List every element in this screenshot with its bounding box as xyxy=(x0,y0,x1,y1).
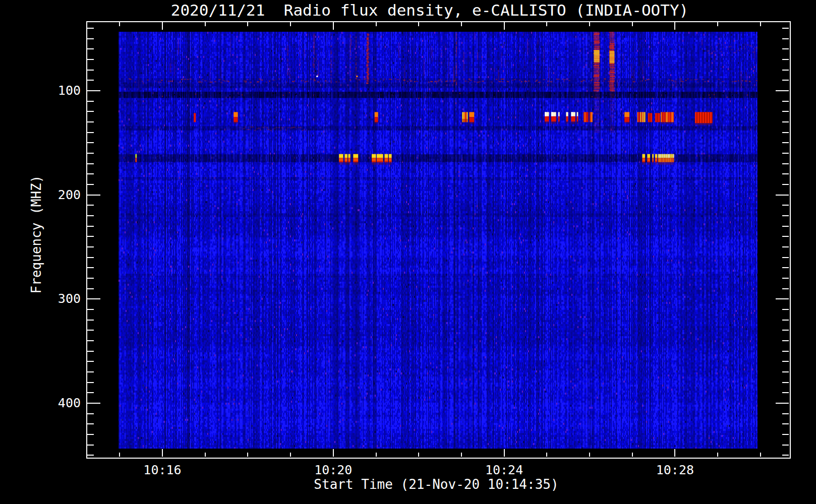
y-major-tick xyxy=(87,298,100,299)
y-minor-tick-right xyxy=(782,184,789,185)
y-minor-tick-right xyxy=(782,320,789,321)
y-minor-tick xyxy=(87,111,94,112)
y-minor-tick xyxy=(87,278,94,279)
y-major-tick-right xyxy=(776,195,789,196)
y-minor-tick-right xyxy=(782,267,789,268)
x-minor-tick-top xyxy=(546,22,547,26)
x-minor-tick xyxy=(461,453,462,457)
y-minor-tick-right xyxy=(782,153,789,154)
y-minor-tick xyxy=(87,330,94,331)
y-minor-tick xyxy=(87,320,94,321)
x-minor-tick xyxy=(760,453,761,457)
x-major-tick-top xyxy=(162,22,163,30)
y-tick-label: 400 xyxy=(46,396,81,411)
y-minor-tick xyxy=(87,455,94,456)
y-minor-tick-right xyxy=(782,163,789,164)
y-minor-tick xyxy=(87,351,94,352)
y-tick-label: 100 xyxy=(46,83,81,98)
y-major-tick xyxy=(87,90,100,91)
x-major-tick-top xyxy=(674,22,675,30)
y-minor-tick-right xyxy=(782,455,789,456)
y-minor-tick-right xyxy=(782,434,789,435)
y-minor-tick xyxy=(87,361,94,362)
y-minor-tick-right xyxy=(782,257,789,258)
y-minor-tick xyxy=(87,288,94,289)
y-minor-tick-right xyxy=(782,382,789,383)
y-minor-tick-right xyxy=(782,28,789,29)
y-minor-tick-right xyxy=(782,226,789,227)
x-minor-tick-top xyxy=(632,22,633,26)
y-minor-tick xyxy=(87,382,94,383)
y-minor-tick-right xyxy=(782,392,789,393)
y-minor-tick-right xyxy=(782,70,789,71)
x-minor-tick xyxy=(247,453,248,457)
y-minor-tick xyxy=(87,340,94,341)
spectrogram-canvas xyxy=(119,32,757,449)
y-minor-tick xyxy=(87,246,94,247)
y-minor-tick xyxy=(87,28,94,29)
x-minor-tick-top xyxy=(247,22,248,26)
x-minor-tick xyxy=(632,453,633,457)
y-minor-tick xyxy=(87,205,94,206)
x-major-tick xyxy=(674,449,675,457)
y-tick-label: 200 xyxy=(46,187,81,203)
y-minor-tick-right xyxy=(782,205,789,206)
x-minor-tick-top xyxy=(376,22,377,26)
x-tick-label: 10:20 xyxy=(301,463,366,478)
y-minor-tick-right xyxy=(782,309,789,310)
y-minor-tick xyxy=(87,392,94,393)
y-minor-tick-right xyxy=(782,80,789,81)
y-major-tick xyxy=(87,403,100,404)
y-minor-tick-right xyxy=(782,38,789,39)
x-minor-tick xyxy=(376,453,377,457)
y-major-tick xyxy=(87,195,100,196)
y-minor-tick-right xyxy=(782,132,789,133)
y-minor-tick xyxy=(87,132,94,133)
y-minor-tick-right xyxy=(782,142,789,143)
x-minor-tick xyxy=(290,453,291,457)
y-minor-tick xyxy=(87,445,94,446)
y-minor-tick-right xyxy=(782,288,789,289)
y-minor-tick-right xyxy=(782,236,789,237)
x-major-tick xyxy=(504,449,505,457)
y-minor-tick xyxy=(87,121,94,122)
x-minor-tick-top xyxy=(418,22,419,26)
x-minor-tick xyxy=(717,453,718,457)
y-axis-title: Frequency (MHZ) xyxy=(29,175,44,294)
x-minor-tick-top xyxy=(717,22,718,26)
y-minor-tick xyxy=(87,153,94,154)
x-minor-tick-top xyxy=(760,22,761,26)
y-minor-tick xyxy=(87,226,94,227)
x-minor-tick xyxy=(418,453,419,457)
y-minor-tick xyxy=(87,257,94,258)
y-minor-tick xyxy=(87,70,94,71)
y-tick-label: 300 xyxy=(46,291,81,306)
y-minor-tick xyxy=(87,215,94,216)
y-minor-tick-right xyxy=(782,361,789,362)
y-minor-tick xyxy=(87,173,94,174)
y-minor-tick-right xyxy=(782,413,789,414)
y-minor-tick-right xyxy=(782,59,789,60)
y-minor-tick xyxy=(87,101,94,102)
y-minor-tick xyxy=(87,267,94,268)
y-minor-tick xyxy=(87,434,94,435)
x-minor-tick-top xyxy=(461,22,462,26)
x-tick-label: 10:16 xyxy=(130,463,195,478)
chart-title: 2020/11/21 Radio flux density, e-CALLIST… xyxy=(171,1,689,19)
y-minor-tick-right xyxy=(782,423,789,424)
y-major-tick-right xyxy=(776,298,789,299)
x-major-tick-top xyxy=(504,22,505,30)
x-minor-tick-top xyxy=(119,22,120,26)
y-minor-tick xyxy=(87,236,94,237)
y-minor-tick-right xyxy=(782,215,789,216)
y-minor-tick xyxy=(87,48,94,49)
x-minor-tick-top xyxy=(589,22,590,26)
x-major-tick xyxy=(333,449,334,457)
y-minor-tick-right xyxy=(782,121,789,122)
x-minor-tick xyxy=(119,453,120,457)
x-major-tick xyxy=(162,449,163,457)
y-major-tick-right xyxy=(776,403,789,404)
y-minor-tick-right xyxy=(782,278,789,279)
y-major-tick-right xyxy=(776,90,789,91)
y-minor-tick xyxy=(87,371,94,372)
